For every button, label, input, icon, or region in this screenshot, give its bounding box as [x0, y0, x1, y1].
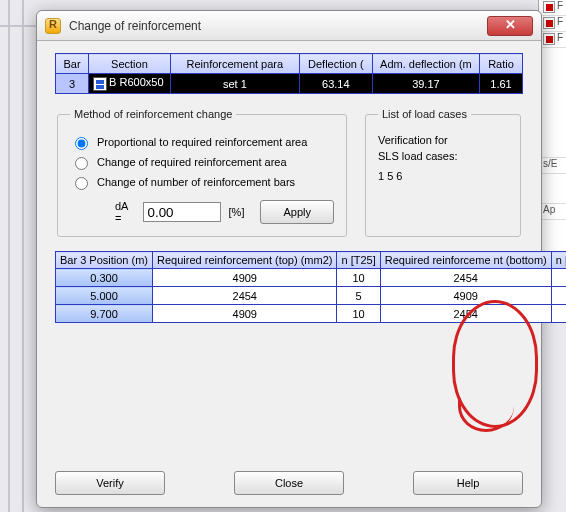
radio-change-bars[interactable]: Change of number of reinforcement bars [70, 174, 334, 190]
da-unit: [%] [229, 206, 245, 218]
radio-change-area-input[interactable] [75, 157, 88, 170]
load-line2: SLS load cases: [378, 150, 508, 162]
close-button[interactable]: Close [234, 471, 344, 495]
calc-icon [93, 77, 107, 91]
radio-change-area[interactable]: Change of required reinforcement area [70, 154, 334, 170]
dialog-change-of-reinforcement: Change of reinforcement ✕ Bar Section Re… [36, 10, 542, 508]
cell-set[interactable]: set 1 [170, 74, 299, 94]
col-section[interactable]: Section [89, 54, 171, 74]
window-close-button[interactable]: ✕ [487, 16, 533, 36]
titlebar[interactable]: Change of reinforcement ✕ [37, 11, 541, 41]
col-bar[interactable]: Bar [56, 54, 89, 74]
table-header-row: Bar 3 Position (m) Required reinforcemen… [56, 252, 567, 269]
cell-section[interactable]: B R600x50 [89, 74, 171, 94]
da-input[interactable] [143, 202, 221, 222]
table-row[interactable]: 0.300 4909 10 2454 5 2.89 40.113 [56, 269, 567, 287]
col-nt2[interactable]: n [T25] [551, 252, 566, 269]
window-title: Change of reinforcement [69, 19, 479, 33]
cell-bar[interactable]: 3 [56, 74, 89, 94]
col-rtop[interactable]: Required reinforcement (top) (mm2) [153, 252, 337, 269]
col-pos[interactable]: Bar 3 Position (m) [56, 252, 153, 269]
table-row[interactable]: 3 B R600x50 set 1 63.14 39.17 1.61 [56, 74, 523, 94]
da-label: dA = [115, 200, 135, 224]
cell-adm-deflection[interactable]: 39.17 [372, 74, 479, 94]
load-legend: List of load cases [378, 108, 471, 120]
col-adm-deflection[interactable]: Adm. deflection (m [372, 54, 479, 74]
summary-table: Bar Section Reinforcement para Deflectio… [55, 53, 523, 94]
app-icon [45, 18, 61, 34]
detail-table: Bar 3 Position (m) Required reinforcemen… [55, 251, 566, 323]
col-rbot[interactable]: Required reinforceme nt (bottom) [380, 252, 551, 269]
load-line1: Verification for [378, 134, 508, 146]
table-row[interactable]: 9.700 4909 10 2454 5 2.89 40.113 [56, 305, 567, 323]
cell-deflection[interactable]: 63.14 [299, 74, 372, 94]
help-button[interactable]: Help [413, 471, 523, 495]
col-deflection[interactable]: Deflection ( [299, 54, 372, 74]
load-cases-group: List of load cases Verification for SLS … [365, 108, 521, 237]
col-ratio[interactable]: Ratio [479, 54, 522, 74]
method-legend: Method of reinforcement change [70, 108, 236, 120]
cell-ratio[interactable]: 1.61 [479, 74, 522, 94]
load-values: 1 5 6 [378, 170, 508, 182]
col-nt1[interactable]: n [T25] [337, 252, 380, 269]
radio-change-bars-input[interactable] [75, 177, 88, 190]
table-header-row: Bar Section Reinforcement para Deflectio… [56, 54, 523, 74]
verify-button[interactable]: Verify [55, 471, 165, 495]
apply-button[interactable]: Apply [260, 200, 334, 224]
table-row[interactable]: 5.000 2454 5 4909 10 2.89 40.375 [56, 287, 567, 305]
radio-proportional[interactable]: Proportional to required reinforcement a… [70, 134, 334, 150]
col-reinf-param[interactable]: Reinforcement para [170, 54, 299, 74]
method-group: Method of reinforcement change Proportio… [57, 108, 347, 237]
dialog-button-row: Verify Close Help [55, 465, 523, 495]
radio-proportional-input[interactable] [75, 137, 88, 150]
